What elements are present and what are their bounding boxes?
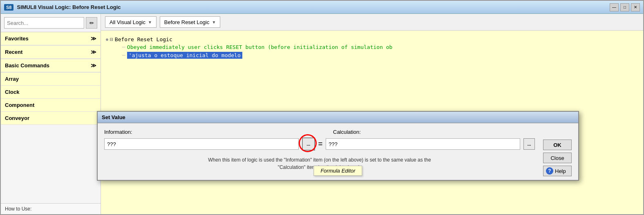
title-bar: S8 SIMUL8 Visual Logic: Before Reset Log… xyxy=(1,1,643,14)
dialog-buttons: OK Close ? Help xyxy=(543,140,572,176)
recent-section: Recent xyxy=(1,46,101,59)
search-bar: ✏ xyxy=(1,14,101,32)
logic-selected-text: 'ajusta o estoque inicial do modelo xyxy=(127,52,242,59)
dialog-title: Set Value xyxy=(98,112,578,123)
search-input[interactable] xyxy=(4,17,84,29)
logic-root-label: Before Reset Logic xyxy=(115,36,172,42)
basic-commands-section: Basic Commands xyxy=(1,59,101,73)
dropdown1-label: All Visual Logic xyxy=(110,19,145,25)
formula-editor-tip: Formula Editor xyxy=(313,166,362,176)
main-window: S8 SIMUL8 Visual Logic: Before Reset Log… xyxy=(0,0,644,215)
dropdown2-label: Before Reset Logic xyxy=(164,19,210,25)
favorites-collapse-icon xyxy=(91,35,96,42)
dashed-line-icon: ┄ xyxy=(122,44,125,50)
information-field[interactable] xyxy=(104,138,299,150)
left-panel: ✏ Favorites Recent xyxy=(1,14,101,214)
logic-root-item: ● ⊟ Before Reset Logic xyxy=(106,35,638,43)
help-label: Help xyxy=(555,168,566,174)
toolbar: All Visual Logic ▼ Before Reset Logic ▼ xyxy=(101,14,643,31)
fields-row: ... = ... xyxy=(104,137,572,151)
app-logo: S8 xyxy=(4,4,13,11)
recent-label: Recent xyxy=(5,49,22,55)
close-button[interactable]: ✕ xyxy=(631,3,640,11)
dashed-line2-icon: ┄ xyxy=(122,52,125,58)
how-to-use-label: How to Use: xyxy=(1,203,101,214)
logic-comment-text: Obeyed immediately user clicks RESET but… xyxy=(127,44,393,50)
calculation-field[interactable] xyxy=(326,138,520,150)
equals-sign: = xyxy=(318,140,323,149)
logic-selected-item[interactable]: ┄ 'ajusta o estoque inicial do modelo xyxy=(122,51,638,60)
calc-dots-button[interactable]: ... xyxy=(523,138,535,150)
sidebar-item-basic-commands[interactable]: Basic Commands xyxy=(1,59,101,72)
window-controls: — □ ✕ xyxy=(610,3,640,11)
logic-tree: ● ⊟ Before Reset Logic ┄ Obeyed immediat… xyxy=(106,35,638,60)
information-label: Information: xyxy=(104,129,291,135)
field-labels: Information: Calculation: xyxy=(104,129,572,135)
calculation-label: Calculation: xyxy=(333,129,519,135)
sidebar-item-array[interactable]: Array xyxy=(1,73,101,86)
edit-icon: ✏ xyxy=(89,20,94,26)
basic-commands-collapse-icon xyxy=(91,62,96,69)
before-reset-logic-dropdown[interactable]: Before Reset Logic ▼ xyxy=(160,16,220,28)
sidebar-item-recent[interactable]: Recent xyxy=(1,46,101,59)
sidebar-item-clock[interactable]: Clock xyxy=(1,86,101,99)
all-visual-logic-dropdown[interactable]: All Visual Logic ▼ xyxy=(105,16,157,28)
favorites-label: Favorites xyxy=(5,35,29,42)
dots-button-wrapper: ... xyxy=(302,137,315,151)
sidebar-items: Favorites Recent Basic Commands xyxy=(1,32,101,203)
ok-button[interactable]: OK xyxy=(543,140,572,150)
description-line1: When this item of logic is used the "Inf… xyxy=(104,156,535,164)
search-edit-button[interactable]: ✏ xyxy=(86,17,97,29)
maximize-button[interactable]: □ xyxy=(620,3,629,11)
root-bullet-icon: ● xyxy=(106,37,108,42)
dropdown1-arrow-icon: ▼ xyxy=(148,20,152,24)
recent-collapse-icon xyxy=(91,49,96,55)
sidebar-item-conveyor[interactable]: Conveyor xyxy=(1,112,101,125)
close-button[interactable]: Close xyxy=(543,153,572,163)
help-icon: ? xyxy=(546,167,553,175)
dropdown2-arrow-icon: ▼ xyxy=(212,20,216,24)
window-title: SIMUL8 Visual Logic: Before Reset Logic xyxy=(17,4,121,10)
dots-button[interactable]: ... xyxy=(302,137,315,151)
sidebar-item-favorites[interactable]: Favorites xyxy=(1,32,101,45)
sidebar-item-component[interactable]: Component xyxy=(1,99,101,112)
collapse-minus-icon[interactable]: ⊟ xyxy=(110,36,113,42)
logic-comment-item: ┄ Obeyed immediately user clicks RESET b… xyxy=(122,43,638,51)
basic-commands-label: Basic Commands xyxy=(5,62,49,69)
set-value-dialog: Set Value OK Close ? Help Information: C… xyxy=(97,111,579,181)
help-button[interactable]: ? Help xyxy=(543,166,572,176)
minimize-button[interactable]: — xyxy=(610,3,619,11)
favorites-section: Favorites xyxy=(1,32,101,46)
